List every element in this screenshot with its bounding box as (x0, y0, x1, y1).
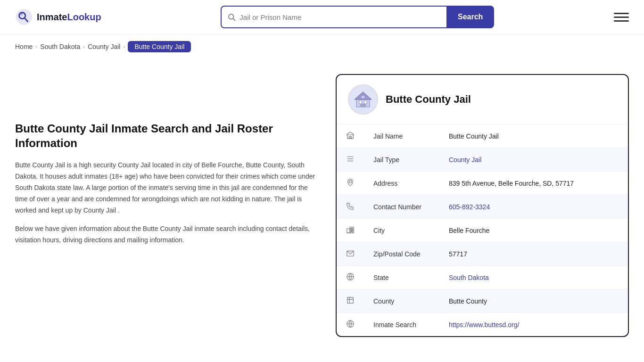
table-row: StateSouth Dakota (337, 266, 628, 289)
description-para-2: Below we have given information about th… (15, 223, 317, 246)
table-row: CityBelle Fourche (337, 219, 628, 242)
breadcrumb-type[interactable]: County Jail (88, 43, 120, 50)
breadcrumb-home[interactable]: Home (15, 43, 33, 50)
row-link[interactable]: 605-892-3324 (449, 203, 490, 211)
row-value[interactable]: County Jail (439, 148, 628, 172)
address-icon (337, 172, 364, 195)
svg-rect-23 (352, 228, 353, 230)
row-label: Address (364, 172, 439, 195)
svg-point-3 (20, 13, 23, 16)
right-panel: Butte County Jail Jail NameButte County … (336, 74, 629, 337)
breadcrumb-state[interactable]: South Dakota (40, 43, 80, 50)
breadcrumb-current: Butte County Jail (128, 41, 191, 52)
svg-rect-11 (361, 96, 365, 99)
svg-rect-8 (364, 100, 367, 104)
zip-icon (337, 242, 364, 266)
search-button[interactable]: Search (446, 6, 494, 28)
row-value: 57717 (439, 242, 628, 266)
svg-rect-19 (347, 229, 350, 233)
state-icon (337, 266, 364, 289)
svg-point-18 (349, 181, 351, 183)
svg-line-5 (233, 19, 235, 21)
header: InmateLookup Search (0, 0, 644, 34)
search-input-wrapper (221, 6, 446, 28)
table-row: Address839 5th Avenue, Belle Fourche, SD… (337, 172, 628, 195)
table-row: Zip/Postal Code57717 (337, 242, 628, 266)
svg-rect-24 (351, 230, 352, 232)
row-link[interactable]: https://www.buttesd.org/ (449, 321, 519, 329)
row-value: Butte County (439, 289, 628, 313)
table-row: Jail NameButte County Jail (337, 124, 628, 148)
row-label: City (364, 219, 439, 242)
breadcrumb-sep-3: › (123, 43, 125, 50)
county-icon (337, 289, 364, 313)
svg-rect-25 (352, 230, 353, 232)
breadcrumb-sep-1: › (35, 43, 37, 50)
city-icon (337, 219, 364, 242)
building-icon (353, 89, 373, 110)
description-para-1: Butte County Jail is a high security Cou… (15, 160, 317, 216)
card-title: Butte County Jail (386, 93, 471, 106)
svg-rect-9 (360, 104, 366, 107)
phone-icon (337, 195, 364, 219)
svg-rect-20 (350, 227, 354, 233)
info-card: Butte County Jail Jail NameButte County … (336, 74, 629, 337)
svg-rect-14 (350, 137, 352, 139)
row-value[interactable]: South Dakota (439, 266, 628, 289)
svg-rect-7 (359, 100, 362, 104)
row-label: Zip/Postal Code (364, 242, 439, 266)
svg-point-0 (16, 9, 32, 25)
row-label: Inmate Search (364, 313, 439, 337)
table-row: Contact Number605-892-3324 (337, 195, 628, 219)
search-input[interactable] (239, 13, 441, 21)
left-panel: Butte County Jail Inmate Search and Jail… (15, 74, 317, 337)
inmate-icon (337, 313, 364, 337)
row-label: Jail Type (364, 148, 439, 172)
card-header: Butte County Jail (337, 75, 628, 124)
logo-icon (15, 8, 33, 26)
hamburger-menu[interactable] (614, 9, 629, 25)
svg-point-4 (229, 14, 234, 19)
row-label: Contact Number (364, 195, 439, 219)
main-content: Butte County Jail Inmate Search and Jail… (0, 59, 644, 352)
breadcrumb-sep-2: › (83, 43, 85, 50)
row-label: Jail Name (364, 124, 439, 148)
search-icon (227, 13, 236, 21)
table-row: CountyButte County (337, 289, 628, 313)
logo-text: InmateLookup (37, 12, 101, 23)
search-bar: Search (221, 6, 494, 28)
row-value: Belle Fourche (439, 219, 628, 242)
jail-icon (337, 124, 364, 148)
table-row: Inmate Searchhttps://www.buttesd.org/ (337, 313, 628, 337)
row-label: County (364, 289, 439, 313)
breadcrumb: Home › South Dakota › County Jail › Butt… (0, 34, 644, 59)
row-label: State (364, 266, 439, 289)
type-icon (337, 148, 364, 172)
row-value[interactable]: https://www.buttesd.org/ (439, 313, 628, 337)
row-link[interactable]: County Jail (449, 156, 481, 164)
info-table: Jail NameButte County JailJail TypeCount… (337, 124, 628, 336)
page-heading: Butte County Jail Inmate Search and Jail… (15, 121, 317, 150)
row-value: 839 5th Avenue, Belle Fourche, SD, 57717 (439, 172, 628, 195)
svg-rect-28 (347, 297, 354, 304)
logo-link[interactable]: InmateLookup (15, 8, 101, 26)
table-row: Jail TypeCounty Jail (337, 148, 628, 172)
svg-rect-22 (351, 228, 352, 230)
avatar (348, 84, 378, 115)
row-value: Butte County Jail (439, 124, 628, 148)
row-link[interactable]: South Dakota (449, 274, 489, 281)
row-value[interactable]: 605-892-3324 (439, 195, 628, 219)
